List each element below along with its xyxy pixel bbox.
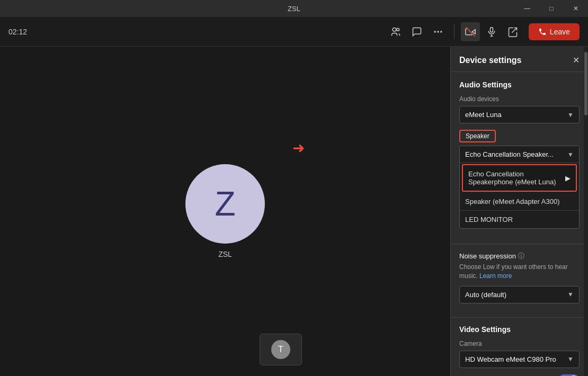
call-timer: 02:12: [8, 28, 27, 36]
camera-value: HD Webcam eMeet C980 Pro: [465, 355, 556, 363]
speaker-option-1[interactable]: Speaker (eMeet Adapter A300): [460, 193, 579, 211]
noise-dropdown-arrow: ▼: [567, 291, 574, 298]
leave-button[interactable]: Leave: [529, 23, 580, 40]
main-area: Z ZSL T ➜ Device settings ✕ Audio Settin…: [0, 47, 588, 376]
svg-point-3: [437, 31, 439, 32]
close-button[interactable]: ✕: [564, 0, 588, 17]
scrollbar-track[interactable]: [584, 47, 588, 376]
speaker-dropdown-open: Echo Cancellation Speaker... ▼ Echo Canc…: [459, 146, 580, 229]
svg-point-4: [440, 31, 442, 32]
toolbar-actions: Leave: [386, 22, 580, 41]
video-settings-title: Video Settings: [459, 325, 580, 334]
leave-label: Leave: [550, 28, 570, 36]
svg-marker-5: [472, 29, 475, 33]
scrollbar-thumb[interactable]: [584, 52, 587, 115]
video-area: Z ZSL T ➜: [0, 47, 450, 376]
learn-more-link[interactable]: Learn more: [479, 272, 512, 280]
audio-settings-section: Audio Settings Audio devices eMeet Luna …: [451, 72, 588, 244]
camera-label: Camera: [459, 340, 580, 347]
svg-line-10: [512, 28, 516, 32]
noise-label-row: Noise suppression ⓘ: [459, 252, 580, 261]
camera-dropdown-arrow: ▼: [567, 355, 574, 363]
window-controls: — □ ✕: [515, 0, 588, 17]
audio-device-arrow: ▼: [567, 111, 574, 119]
speaker-option-0[interactable]: Echo Cancellation Speakerphone (eMeet Lu…: [462, 164, 577, 192]
avatar-circle: Z: [185, 164, 265, 244]
camera-button[interactable]: [461, 22, 480, 41]
more-button[interactable]: [429, 22, 448, 41]
panel-title: Device settings: [459, 56, 521, 65]
noise-suppression-section: Noise suppression ⓘ Choose Low if you wa…: [451, 244, 588, 317]
mic-button[interactable]: [482, 22, 501, 41]
noise-description: Choose Low if you want others to hear mu…: [459, 263, 580, 281]
audio-settings-title: Audio Settings: [459, 80, 580, 89]
panel-header: Device settings ✕: [451, 47, 588, 72]
participants-button[interactable]: [386, 22, 405, 41]
svg-point-2: [434, 31, 435, 32]
audio-device-value: eMeet Luna: [465, 111, 502, 119]
participant-name: ZSL: [218, 250, 232, 258]
avatar-container: Z ZSL: [185, 164, 265, 258]
video-settings-section: Video Settings Camera HD Webcam eMeet C9…: [451, 317, 588, 376]
audio-device-dropdown[interactable]: eMeet Luna ▼: [459, 106, 580, 123]
avatar-letter: Z: [215, 184, 235, 223]
noise-suppression-title: Noise suppression: [459, 252, 516, 260]
speaker-option-2[interactable]: LED MONITOR: [460, 211, 579, 228]
noise-suppression-value: Auto (default): [465, 291, 506, 299]
minimize-button[interactable]: —: [515, 0, 539, 17]
arrow-pointer: ➜: [292, 139, 305, 157]
svg-point-0: [393, 28, 396, 31]
settings-panel: Device settings ✕ Audio Settings Audio d…: [450, 47, 588, 376]
speaker-dropdown-arrow: ▼: [567, 151, 574, 158]
share-button[interactable]: [503, 22, 522, 41]
self-thumbnail: T: [260, 334, 302, 365]
svg-point-1: [397, 28, 399, 31]
camera-dropdown[interactable]: HD Webcam eMeet C980 Pro ▼: [459, 351, 580, 368]
noise-info-icon[interactable]: ⓘ: [518, 252, 524, 261]
mirror-video-row: Mirror my video ⓘ: [459, 374, 580, 376]
speaker-dropdown-value: Echo Cancellation Speaker...: [465, 150, 554, 158]
panel-close-button[interactable]: ✕: [573, 55, 580, 65]
self-avatar: T: [271, 340, 290, 359]
titlebar: ZSL — □ ✕: [0, 0, 588, 17]
maximize-button[interactable]: □: [539, 0, 564, 17]
audio-devices-label: Audio devices: [459, 95, 580, 103]
speaker-badge: Speaker: [459, 130, 496, 142]
app-title: ZSL: [288, 5, 300, 13]
chat-button[interactable]: [407, 22, 426, 41]
speaker-dropdown-header[interactable]: Echo Cancellation Speaker... ▼: [460, 146, 579, 163]
noise-suppression-dropdown[interactable]: Auto (default) ▼: [459, 286, 580, 303]
mirror-video-toggle[interactable]: [558, 374, 580, 376]
toolbar-divider: [454, 24, 455, 39]
toolbar: 02:12: [0, 17, 588, 47]
svg-rect-7: [490, 27, 493, 32]
